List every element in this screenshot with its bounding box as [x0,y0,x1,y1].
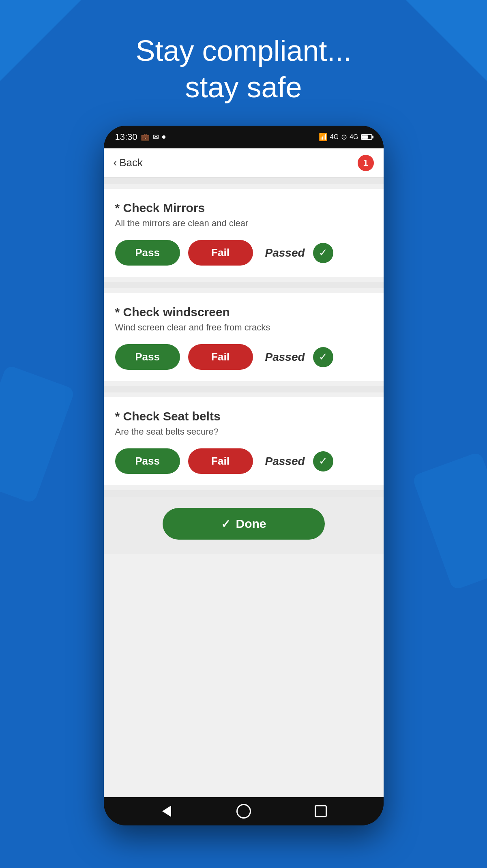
check-windscreen-title: * Check windscreen [115,305,372,319]
section-divider-1 [104,282,384,288]
notification-count: 1 [363,158,368,168]
nav-back-icon [162,806,171,817]
check-windscreen-section: * Check windscreen Wind screen clear and… [104,293,384,381]
nav-recent-icon [315,805,327,817]
seatbelts-passed-check-icon: ✓ [313,451,333,472]
section-divider-3 [104,490,384,497]
bg-corner-tl [0,0,81,81]
notification-dot [162,135,165,139]
seatbelts-pass-button[interactable]: Pass [115,448,180,474]
windscreen-fail-button[interactable]: Fail [188,344,253,370]
section-divider-2 [104,386,384,392]
mirrors-check-mark: ✓ [319,246,328,259]
notification-badge[interactable]: 1 [358,155,374,171]
mirrors-passed-check-icon: ✓ [313,243,333,263]
done-label: Done [236,517,266,531]
back-chevron-icon: ‹ [114,156,117,169]
header-bar: ‹ Back 1 [104,148,384,178]
done-button[interactable]: ✓ Done [163,508,325,540]
signal-label: 4G [330,133,339,141]
nav-recent-button[interactable] [313,803,329,819]
bg-corner-tr [406,0,487,81]
wifi-icon: ⊙ [341,133,347,141]
back-label: Back [119,156,143,169]
bg-shape-left [0,364,75,504]
hero-text: Stay compliant... stay safe [135,32,351,105]
check-windscreen-desc: Wind screen clear and free from cracks [115,322,372,333]
windscreen-check-mark: ✓ [319,351,328,363]
seatbelts-check-mark: ✓ [319,455,328,467]
phone-nav [104,797,384,825]
status-bar: 13:30 💼 ✉ 📶 4G ⊙ 4G [104,126,384,148]
check-mirrors-desc: All the mirrors are clean and clear [115,218,372,229]
windscreen-status-label: Passed [265,351,305,364]
done-area: ✓ Done [104,497,384,554]
battery-fill [362,135,368,139]
mirrors-pass-button[interactable]: Pass [115,240,180,266]
mirrors-fail-button[interactable]: Fail [188,240,253,266]
phone-shell: 13:30 💼 ✉ 📶 4G ⊙ 4G ‹ Back 1 [104,126,384,825]
seatbelts-status-label: Passed [265,455,305,468]
check-mirrors-section: * Check Mirrors All the mirrors are clea… [104,189,384,277]
time-display: 13:30 [115,132,137,142]
status-right: 📶 4G ⊙ 4G [319,133,372,141]
seatbelts-fail-button[interactable]: Fail [188,448,253,474]
check-seatbelts-desc: Are the seat belts secure? [115,426,372,437]
done-check-icon: ✓ [221,517,230,531]
hero-line1: Stay compliant... [135,34,351,67]
check-mirrors-actions: Pass Fail Passed ✓ [115,240,372,266]
app-content: ‹ Back 1 * Check Mirrors All the mirrors… [104,148,384,797]
battery-icon [361,134,372,140]
signal-icon: 📶 [319,133,328,141]
bg-shape-right [412,451,487,590]
mail-icon: ✉ [153,133,159,141]
windscreen-pass-button[interactable]: Pass [115,344,180,370]
status-left: 13:30 💼 ✉ [115,132,165,142]
windscreen-passed-check-icon: ✓ [313,347,333,367]
check-seatbelts-actions: Pass Fail Passed ✓ [115,448,372,474]
check-seatbelts-title: * Check Seat belts [115,409,372,423]
nav-home-button[interactable] [236,803,252,819]
briefcase-icon: 💼 [141,133,150,141]
hero-line2: stay safe [185,71,302,103]
nav-back-button[interactable] [159,803,175,819]
back-button[interactable]: ‹ Back [114,156,143,169]
check-windscreen-actions: Pass Fail Passed ✓ [115,344,372,370]
nav-home-icon [236,804,251,819]
section-divider-top [104,178,384,184]
check-mirrors-title: * Check Mirrors [115,201,372,215]
network-label: 4G [350,133,358,141]
check-seatbelts-section: * Check Seat belts Are the seat belts se… [104,397,384,485]
mirrors-status-label: Passed [265,246,305,259]
